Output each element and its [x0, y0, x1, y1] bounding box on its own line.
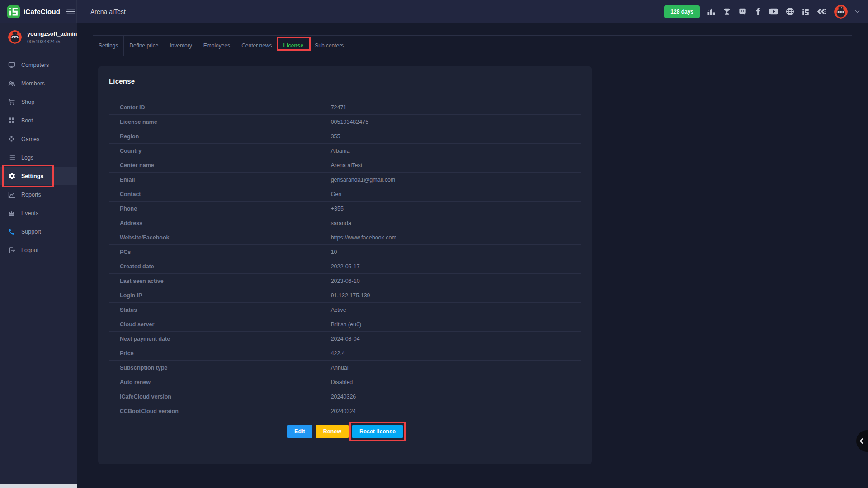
events-icon: [8, 210, 16, 216]
sidebar-item-boot[interactable]: Boot: [0, 111, 77, 130]
sidebar-item-settings[interactable]: Settings: [0, 167, 77, 185]
boot-icon: [8, 117, 16, 124]
license-row-subscription-type: Subscription typeAnnual: [109, 360, 581, 375]
icafecloud-icon[interactable]: [802, 8, 810, 16]
sidebar-item-events[interactable]: Events: [0, 204, 77, 222]
sidebar-item-label: Computers: [21, 62, 49, 68]
row-value: https://www.facebook.com: [331, 235, 396, 241]
edit-button[interactable]: Edit: [287, 425, 312, 438]
user-block: youngzsoft_admin 005193482475: [0, 23, 77, 52]
row-label: Country: [109, 148, 331, 154]
globe-icon[interactable]: [786, 7, 794, 16]
row-value: Disabled: [331, 379, 353, 385]
sidebar-item-label: Events: [21, 210, 38, 216]
row-value: Geri: [331, 191, 342, 197]
row-label: Created date: [109, 263, 331, 270]
row-label: Website/Facebook: [109, 235, 331, 241]
row-value: Albania: [331, 148, 350, 154]
sidebar-user-avatar[interactable]: [8, 30, 22, 44]
sidebar-item-label: Shop: [21, 99, 34, 105]
row-value: Annual: [331, 365, 349, 371]
row-value: British (eu6): [331, 321, 361, 328]
sidebar-item-computers[interactable]: Computers: [0, 56, 77, 74]
sidebar-item-label: Reports: [21, 192, 41, 198]
menu-toggle-icon[interactable]: [66, 8, 75, 15]
sidebar-nav: ComputersMembersShopBootGamesLogsSetting…: [0, 56, 77, 259]
trophy-icon[interactable]: [723, 8, 731, 16]
tab-inventory[interactable]: Inventory: [164, 36, 198, 56]
tab-license[interactable]: License: [278, 36, 310, 56]
row-label: Cloud server: [109, 321, 331, 328]
facebook-icon[interactable]: [754, 8, 762, 15]
ranking-icon[interactable]: [707, 8, 716, 15]
sidebar-item-logout[interactable]: Logout: [0, 241, 77, 259]
renew-button[interactable]: Renew: [316, 425, 349, 438]
header-right: 128 days: [664, 5, 868, 19]
row-value: 2022-05-17: [331, 263, 360, 270]
reports-icon: [8, 191, 16, 198]
sidebar-item-label: Settings: [21, 173, 43, 179]
games-icon: [8, 136, 16, 142]
sidebar-item-support[interactable]: Support: [0, 222, 77, 241]
sidebar-scrollbar[interactable]: [0, 484, 77, 488]
sidebar-item-members[interactable]: Members: [0, 74, 77, 93]
members-icon: [8, 80, 16, 87]
logs-icon: [8, 154, 16, 161]
row-value: 20240324: [331, 408, 356, 414]
license-row-next-payment-date: Next payment date2024-08-04: [109, 331, 581, 346]
sidebar-item-label: Logs: [21, 155, 33, 161]
license-row-region: Region355: [109, 129, 581, 143]
youtube-icon[interactable]: [769, 8, 778, 15]
main-content: SettingsDefine priceInventoryEmployeesCe…: [77, 23, 868, 488]
card-title: License: [109, 77, 581, 85]
row-value: Arena aiTest: [331, 162, 362, 169]
sidebar-item-label: Games: [21, 136, 39, 142]
license-row-icafecloud-version: iCafeCloud version20240326: [109, 389, 581, 404]
row-value: 91.132.175.139: [331, 292, 370, 299]
tab-center-news[interactable]: Center news: [236, 36, 278, 56]
tab-sub-centers[interactable]: Sub centers: [309, 36, 349, 56]
youngzsoft-icon[interactable]: [817, 8, 827, 15]
username: youngzsoft_admin: [27, 31, 77, 37]
row-value: 72471: [331, 104, 347, 111]
sidebar-item-logs[interactable]: Logs: [0, 148, 77, 167]
license-table: Center ID72471License name005193482475Re…: [109, 100, 581, 418]
row-label: Center name: [109, 162, 331, 169]
row-value: +355: [331, 206, 344, 212]
tab-employees[interactable]: Employees: [198, 36, 236, 56]
row-value: 10: [331, 249, 337, 255]
computers-icon: [8, 61, 16, 69]
sidebar-item-reports[interactable]: Reports: [0, 185, 77, 204]
row-value: 2024-08-04: [331, 336, 360, 342]
license-row-center-id: Center ID72471: [109, 100, 581, 114]
row-value: 2023-06-10: [331, 278, 360, 284]
sidebar-item-shop[interactable]: Shop: [0, 93, 77, 111]
chevron-down-icon[interactable]: [855, 10, 860, 13]
discord-icon[interactable]: [738, 7, 747, 16]
row-label: Last seen active: [109, 278, 331, 284]
license-row-phone: Phone+355: [109, 201, 581, 216]
sidebar-item-label: Members: [21, 80, 45, 87]
tab-settings[interactable]: Settings: [93, 36, 124, 56]
action-buttons: EditRenewReset license: [109, 425, 581, 438]
license-row-cloud-server: Cloud serverBritish (eu6): [109, 317, 581, 331]
license-row-pcs: PCs10: [109, 244, 581, 259]
support-icon: [8, 228, 16, 235]
row-label: Contact: [109, 191, 331, 197]
page-title: Arena aiTest: [90, 8, 126, 15]
tab-define-price[interactable]: Define price: [124, 36, 164, 56]
sidebar-item-label: Support: [21, 229, 41, 235]
row-label: Subscription type: [109, 365, 331, 371]
row-label: Price: [109, 350, 331, 357]
user-avatar[interactable]: [834, 5, 848, 19]
sidebar-item-label: Boot: [21, 117, 33, 124]
days-remaining-badge[interactable]: 128 days: [664, 5, 700, 18]
top-header: iCafeCloud Arena aiTest 128 days: [0, 0, 868, 23]
sidebar: youngzsoft_admin 005193482475 ComputersM…: [0, 23, 77, 488]
row-label: Auto renew: [109, 379, 331, 385]
reset-license-button[interactable]: Reset license: [352, 425, 403, 438]
row-label: Address: [109, 220, 331, 226]
row-value: gerisaranda1@gmail.com: [331, 177, 396, 183]
sidebar-item-games[interactable]: Games: [0, 130, 77, 148]
row-label: License name: [109, 119, 331, 125]
